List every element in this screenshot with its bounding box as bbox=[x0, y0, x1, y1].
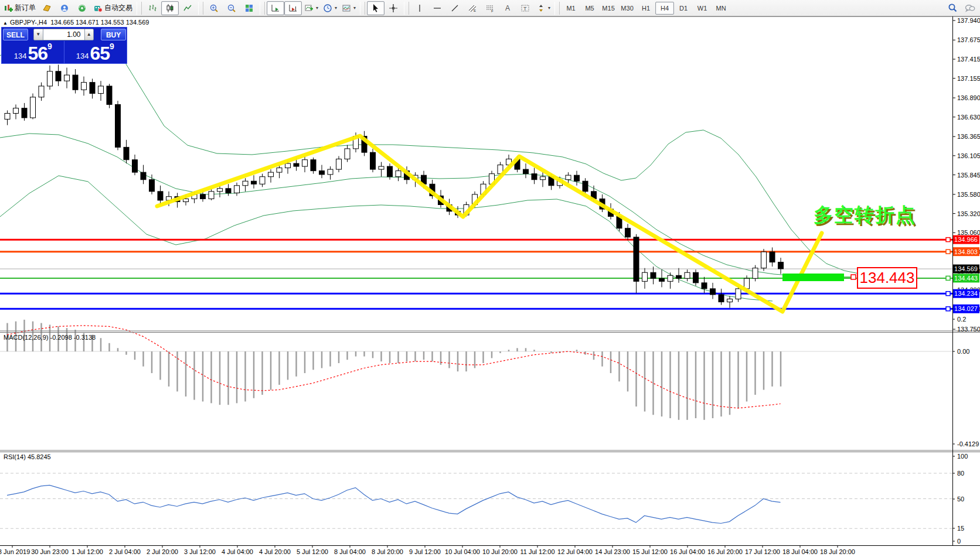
buy-price[interactable]: 134 65 9 bbox=[64, 41, 127, 63]
chart-shift-icon bbox=[288, 4, 298, 13]
templates-button[interactable]: ▾ bbox=[339, 1, 358, 15]
timeframe-m15-button[interactable]: M15 bbox=[599, 2, 618, 15]
svg-text:4 Jul 20:00: 4 Jul 20:00 bbox=[259, 548, 291, 555]
toolbar-right bbox=[944, 1, 979, 15]
timeframe-d1-button[interactable]: D1 bbox=[674, 2, 693, 15]
trade-panel-prices: 134 56 9 134 65 9 bbox=[2, 41, 126, 63]
text-label-button[interactable]: T bbox=[516, 1, 534, 15]
profile-icon bbox=[60, 4, 69, 13]
svg-text:14 Jul 23:00: 14 Jul 23:00 bbox=[595, 548, 630, 555]
arrows-button[interactable]: ▾ bbox=[534, 1, 553, 15]
horizontal-line-icon bbox=[433, 4, 442, 13]
text-icon: A bbox=[503, 4, 512, 13]
chat-button[interactable] bbox=[961, 1, 979, 15]
horizontal-line-button[interactable] bbox=[428, 1, 446, 15]
search-icon bbox=[948, 3, 958, 13]
fibonacci-button[interactable]: F bbox=[481, 1, 499, 15]
channel-button[interactable]: E bbox=[464, 1, 481, 15]
svg-text:2 Jul 04:00: 2 Jul 04:00 bbox=[109, 548, 141, 555]
timeframe-group: M1M5M15M30H1H4D1W1MN bbox=[562, 2, 730, 15]
svg-text:133.750: 133.750 bbox=[957, 326, 980, 333]
search-button[interactable] bbox=[944, 1, 961, 15]
mt4-window: 新订单 自动交易 bbox=[0, 0, 980, 557]
trendline-button[interactable] bbox=[446, 1, 464, 15]
zoom-in-button[interactable] bbox=[205, 1, 223, 15]
line-chart-button[interactable] bbox=[179, 1, 196, 15]
svg-text:4 Jul 04:00: 4 Jul 04:00 bbox=[222, 548, 253, 555]
svg-text:-0.4129: -0.4129 bbox=[957, 440, 979, 447]
volume-increase-button[interactable]: ▲ bbox=[84, 29, 94, 40]
signals-button[interactable] bbox=[73, 1, 91, 15]
svg-text:134.443: 134.443 bbox=[954, 275, 978, 282]
collapse-panel-arrow[interactable]: ▲ bbox=[3, 20, 8, 26]
svg-text:134.569: 134.569 bbox=[954, 265, 978, 272]
svg-text:8 Jul 04:00: 8 Jul 04:00 bbox=[334, 548, 366, 555]
toolbar-separator bbox=[137, 2, 142, 15]
rsi-indicator-label: RSI(14) 45.8245 bbox=[4, 453, 51, 460]
charts-menu-button[interactable] bbox=[38, 1, 56, 15]
indicators-button[interactable]: ▾ bbox=[302, 1, 321, 15]
volume-input[interactable] bbox=[43, 29, 84, 40]
timeframe-m1-button[interactable]: M1 bbox=[562, 2, 580, 15]
svg-text:8 Jul 20:00: 8 Jul 20:00 bbox=[372, 548, 403, 555]
tile-windows-button[interactable] bbox=[240, 1, 258, 15]
bar-chart-button[interactable] bbox=[144, 1, 161, 15]
timeframe-h4-button[interactable]: H4 bbox=[655, 2, 674, 15]
zoom-out-button[interactable] bbox=[223, 1, 240, 15]
text-button[interactable]: A bbox=[499, 1, 516, 15]
trendline-icon bbox=[450, 4, 460, 13]
symbol-header: ▲GBPJPY-,H4 134.665 134.671 134.553 134.… bbox=[3, 19, 149, 26]
svg-text:0.2: 0.2 bbox=[957, 316, 966, 323]
svg-text:30 Jun 23:00: 30 Jun 23:00 bbox=[31, 548, 69, 555]
svg-text:12 Jul 04:00: 12 Jul 04:00 bbox=[557, 548, 593, 555]
crosshair-button[interactable] bbox=[384, 1, 402, 15]
svg-text:135.320: 135.320 bbox=[957, 210, 980, 217]
chart-shift-button[interactable] bbox=[284, 1, 302, 15]
new-order-button[interactable]: 新订单 bbox=[1, 1, 38, 15]
bar-chart-icon bbox=[148, 4, 157, 13]
sell-price[interactable]: 134 56 9 bbox=[2, 41, 64, 63]
crosshair-icon bbox=[389, 4, 398, 13]
svg-text:28 Jun 2019: 28 Jun 2019 bbox=[0, 548, 30, 555]
chevron-down-icon: ▾ bbox=[316, 5, 318, 11]
timeframe-m5-button[interactable]: M5 bbox=[580, 2, 599, 15]
svg-text:137.155: 137.155 bbox=[957, 75, 980, 82]
svg-text:0: 0 bbox=[957, 538, 961, 545]
svg-text:10 Jul 20:00: 10 Jul 20:00 bbox=[482, 548, 518, 555]
svg-text:100: 100 bbox=[957, 453, 968, 460]
toolbar-separator bbox=[360, 2, 365, 15]
autotrading-icon bbox=[93, 4, 103, 13]
auto-scroll-button[interactable] bbox=[267, 1, 284, 15]
chat-icon bbox=[965, 4, 975, 13]
svg-text:137.940: 137.940 bbox=[957, 17, 980, 24]
zoom-in-icon bbox=[209, 4, 219, 13]
sell-button[interactable]: SELL bbox=[3, 29, 28, 40]
timeframe-h1-button[interactable]: H1 bbox=[637, 2, 655, 15]
chart-canvas[interactable]: 137.940137.675137.415137.155136.890136.6… bbox=[0, 0, 980, 557]
timeframe-m30-button[interactable]: M30 bbox=[618, 2, 637, 15]
candlestick-button[interactable] bbox=[161, 1, 179, 15]
template-icon bbox=[342, 4, 351, 13]
svg-text:136.105: 136.105 bbox=[957, 152, 980, 159]
timeframe-mn-button[interactable]: MN bbox=[712, 2, 730, 15]
svg-text:0.00: 0.00 bbox=[957, 348, 969, 355]
autotrading-button[interactable]: 自动交易 bbox=[91, 1, 135, 15]
one-click-trading-panel: SELL ▼ ▲ BUY 134 56 9 134 65 9 bbox=[1, 27, 127, 64]
auto-scroll-icon bbox=[271, 4, 280, 13]
indicators-icon bbox=[304, 4, 314, 13]
svg-text:80: 80 bbox=[957, 470, 964, 477]
chevron-down-icon: ▾ bbox=[353, 5, 356, 11]
vertical-line-button[interactable] bbox=[411, 1, 428, 15]
svg-text:1 Jul 12:00: 1 Jul 12:00 bbox=[72, 548, 103, 555]
timeframe-w1-button[interactable]: W1 bbox=[693, 2, 712, 15]
community-button[interactable] bbox=[56, 1, 73, 15]
buy-button[interactable]: BUY bbox=[101, 29, 126, 40]
trade-panel-controls: SELL ▼ ▲ BUY bbox=[2, 28, 126, 41]
turning-point-annotation[interactable]: 多空转折点 bbox=[814, 202, 916, 228]
svg-text:10 Jul 04:00: 10 Jul 04:00 bbox=[445, 548, 480, 555]
volume-decrease-button[interactable]: ▼ bbox=[33, 29, 43, 40]
periods-button[interactable]: ▾ bbox=[321, 1, 339, 15]
cursor-button[interactable] bbox=[367, 1, 384, 15]
price-callout-box[interactable]: 134.443 bbox=[857, 267, 917, 289]
vertical-line-icon bbox=[415, 4, 424, 13]
